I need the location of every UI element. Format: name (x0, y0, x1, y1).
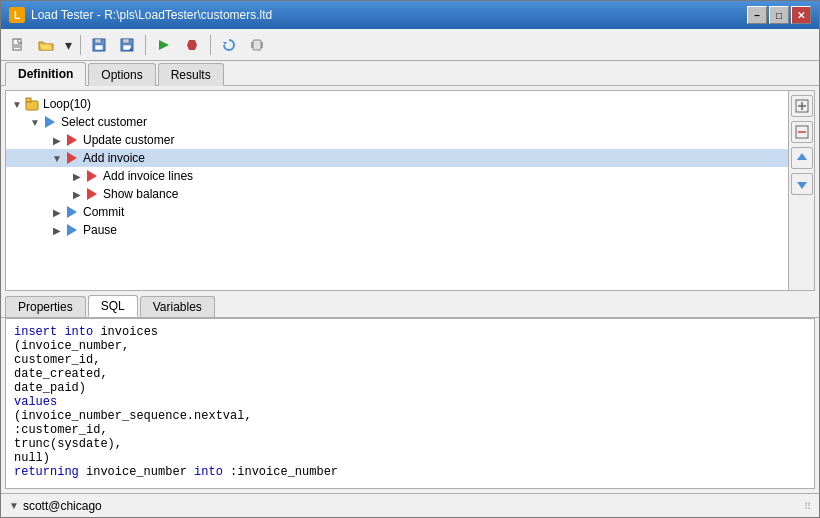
sql-keyword-returning: returning (14, 465, 79, 479)
tab-results[interactable]: Results (158, 63, 224, 86)
svg-rect-7 (123, 39, 129, 43)
status-right: ⠿ (804, 499, 811, 513)
svg-rect-21 (26, 98, 31, 102)
svg-marker-26 (87, 188, 97, 200)
new-button[interactable] (5, 32, 31, 58)
svg-rect-4 (95, 39, 101, 43)
tree-label-pause: Pause (83, 223, 117, 237)
save-button[interactable] (86, 32, 112, 58)
maximize-button[interactable]: □ (769, 6, 789, 24)
status-icon: ▼ (9, 500, 19, 511)
toolbar-separator-2 (145, 35, 146, 55)
svg-marker-22 (45, 116, 55, 128)
tree-label-show-balance: Show balance (103, 187, 178, 201)
tree-item-loop[interactable]: ▼ Loop(10) (6, 95, 788, 113)
tree-side-buttons (788, 91, 814, 290)
save-as-button[interactable]: + (114, 32, 140, 58)
tree-content: ▼ Loop(10) ▼ Select customer (6, 91, 788, 290)
bottom-tab-bar: Properties SQL Variables (1, 295, 819, 318)
sql-returning-col: invoice_number (79, 465, 194, 479)
play-icon-add-lines (84, 168, 100, 184)
tree-item-add-invoice-lines[interactable]: ▶ Add invoice lines (6, 167, 788, 185)
sql-line-8: null) (14, 451, 50, 465)
tree-item-update-customer[interactable]: ▶ Update customer (6, 131, 788, 149)
play-icon-add-invoice (64, 150, 80, 166)
tree-label-add-invoice-lines: Add invoice lines (103, 169, 193, 183)
run-button[interactable] (151, 32, 177, 58)
svg-rect-5 (95, 45, 103, 50)
tree-panel: ▼ Loop(10) ▼ Select customer (5, 90, 815, 291)
svg-marker-28 (67, 224, 77, 236)
expand-icon-add-invoice[interactable]: ▼ (50, 151, 64, 165)
tree-label-loop: Loop(10) (43, 97, 91, 111)
expand-icon-pause[interactable]: ▶ (50, 223, 64, 237)
toolbar-separator-1 (80, 35, 81, 55)
tree-label-select-customer: Select customer (61, 115, 147, 129)
dropdown-button[interactable]: ▾ (61, 32, 75, 58)
bottom-section: Properties SQL Variables insert into inv… (1, 295, 819, 494)
svg-marker-35 (797, 182, 807, 189)
close-button[interactable]: ✕ (791, 6, 811, 24)
tree-label-add-invoice: Add invoice (83, 151, 145, 165)
status-bar: ▼ scott@chicago ⠿ (1, 493, 819, 517)
tab-properties[interactable]: Properties (5, 296, 86, 317)
move-up-button[interactable] (791, 147, 813, 169)
svg-marker-34 (797, 153, 807, 160)
tab-definition[interactable]: Definition (5, 62, 86, 86)
window-controls: – □ ✕ (747, 6, 811, 24)
tree-item-select-customer[interactable]: ▼ Select customer (6, 113, 788, 131)
add-top-button[interactable] (791, 95, 813, 117)
remove-button[interactable] (791, 121, 813, 143)
svg-marker-10 (159, 40, 169, 50)
sql-line-6: :customer_id, (14, 423, 108, 437)
window-title: Load Tester - R:\pls\LoadTester\customer… (31, 8, 272, 22)
sql-line-4: date_paid) (14, 381, 86, 395)
svg-marker-25 (87, 170, 97, 182)
tree-label-commit: Commit (83, 205, 124, 219)
debug-button[interactable] (244, 32, 270, 58)
tree-item-commit[interactable]: ▶ Commit (6, 203, 788, 221)
sql-table: invoices (93, 325, 158, 339)
play-icon-commit (64, 204, 80, 220)
app-icon: L (9, 7, 25, 23)
refresh-button[interactable] (216, 32, 242, 58)
tree-item-show-balance[interactable]: ▶ Show balance (6, 185, 788, 203)
loop-icon (24, 96, 40, 112)
expand-icon-update[interactable]: ▶ (50, 133, 64, 147)
main-tab-bar: Definition Options Results (1, 61, 819, 86)
sql-line-5: (invoice_number_sequence.nextval, (14, 409, 252, 423)
svg-marker-24 (67, 152, 77, 164)
expand-icon-select[interactable]: ▼ (28, 115, 42, 129)
play-icon-select (42, 114, 58, 130)
svg-text:+: + (129, 46, 133, 52)
play-icon-update (64, 132, 80, 148)
move-down-button[interactable] (791, 173, 813, 195)
tree-label-update-customer: Update customer (83, 133, 174, 147)
sql-keyword-insert: insert into (14, 325, 93, 339)
sql-keyword-values: values (14, 395, 57, 409)
svg-marker-12 (223, 42, 227, 45)
svg-marker-23 (67, 134, 77, 146)
open-button[interactable] (33, 32, 59, 58)
sql-line-2: customer_id, (14, 353, 100, 367)
expand-icon-add-lines[interactable]: ▶ (70, 169, 84, 183)
main-window: L Load Tester - R:\pls\LoadTester\custom… (0, 0, 820, 518)
svg-marker-27 (67, 206, 77, 218)
status-resize: ⠿ (804, 501, 811, 512)
sql-keyword-into: into (194, 465, 223, 479)
expand-icon-show-balance[interactable]: ▶ (70, 187, 84, 201)
tab-sql[interactable]: SQL (88, 295, 138, 317)
tab-variables[interactable]: Variables (140, 296, 215, 317)
expand-icon-commit[interactable]: ▶ (50, 205, 64, 219)
tab-options[interactable]: Options (88, 63, 155, 86)
tree-item-add-invoice[interactable]: ▼ Add invoice (6, 149, 788, 167)
expand-icon-loop[interactable]: ▼ (10, 97, 24, 111)
title-bar-left: L Load Tester - R:\pls\LoadTester\custom… (9, 7, 272, 23)
sql-line-3: date_created, (14, 367, 108, 381)
sql-panel[interactable]: insert into invoices (invoice_number, cu… (5, 318, 815, 490)
stop-button[interactable] (179, 32, 205, 58)
toolbar-separator-3 (210, 35, 211, 55)
tree-item-pause[interactable]: ▶ Pause (6, 221, 788, 239)
minimize-button[interactable]: – (747, 6, 767, 24)
svg-rect-13 (253, 40, 261, 50)
